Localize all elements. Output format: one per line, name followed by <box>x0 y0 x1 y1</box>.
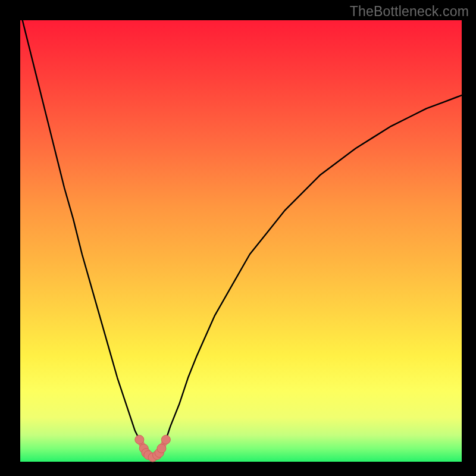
chart-content <box>20 11 462 462</box>
valley-marker-dot <box>157 444 166 453</box>
valley-marker-dot <box>135 435 144 444</box>
bottleneck-curve <box>20 11 462 457</box>
curve-svg <box>20 20 462 462</box>
plot-area <box>20 20 462 462</box>
watermark-text: TheBottleneck.com <box>350 4 469 20</box>
valley-marker-dot <box>161 435 170 444</box>
chart-frame: TheBottleneck.com <box>0 0 476 476</box>
